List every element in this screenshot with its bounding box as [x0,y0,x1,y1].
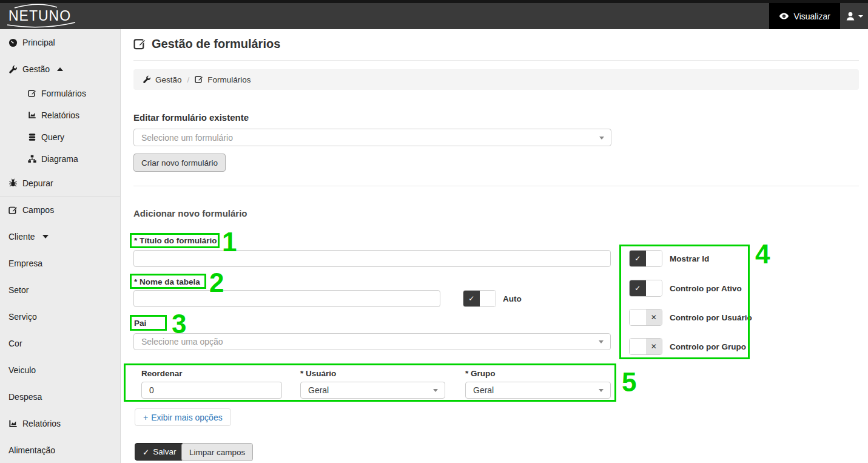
breadcrumb-label: Gestão [155,75,182,84]
user-icon [845,11,856,22]
sidebar-subitem-label: Query [41,132,64,142]
controlo-grupo-label: Controlo por Grupo [670,342,746,351]
breadcrumb-item-formularios[interactable]: Formulários [195,75,251,84]
auto-toggle[interactable]: ✓ [463,290,496,307]
sidebar-item-relatorios[interactable]: Relatórios [0,410,120,437]
sidebar-item-label: Campos [22,205,54,215]
breadcrumb-label: Formulários [207,75,251,84]
salvar-button[interactable]: ✓ Salvar [135,443,184,461]
sidebar-item-label: Depurar [22,178,53,188]
sidebar-item-label: Gestão [22,64,50,74]
reordenar-input[interactable] [141,382,282,399]
grupo-select[interactable]: Geral [465,382,611,399]
sidebar-item-principal[interactable]: Principal [0,29,120,56]
add-section-heading: Adicionar novo formulário [133,208,247,218]
database-icon [28,133,36,141]
visualizar-label: Visualizar [794,12,830,21]
x-icon: ✕ [646,339,662,354]
sidebar-item-label: Veiculo [8,365,36,375]
sidebar-item-label: Despesa [8,392,42,402]
sidebar-item-label: Empresa [8,259,42,268]
breadcrumb-item-gestao[interactable]: Gestão [143,75,182,84]
sidebar-subitem-query[interactable]: Query [0,126,120,148]
page-title-text: Gestão de formulários [152,37,280,51]
salvar-label: Salvar [153,447,176,456]
controlo-grupo-toggle[interactable]: ✕ [629,338,662,355]
app-window: NETUNO Visualizar [0,0,868,463]
pai-label: Pai [134,319,146,328]
titulo-input[interactable] [133,250,611,267]
mostrar-id-toggle[interactable]: ✓ [629,250,662,267]
pai-select-placeholder: Selecione uma opção [141,337,223,346]
caret-up-icon [57,67,63,71]
sidebar-item-gestao[interactable]: Gestão [0,56,120,83]
page-title: Gestão de formulários [133,37,859,51]
top-navbar: NETUNO Visualizar [0,0,868,29]
sidebar-item-veiculo[interactable]: Veiculo [0,357,120,384]
sidebar-subitem-relatorios[interactable]: Relatórios [0,104,120,126]
titulo-label: * Título do formulário [134,236,217,245]
form-select[interactable]: Selecione um formulário [133,129,611,146]
sidebar-item-empresa[interactable]: Empresa [0,250,120,277]
section-divider [133,186,859,186]
mostrar-id-label: Mostrar Id [670,254,709,263]
criar-button-label: Criar novo formulário [141,158,218,167]
sidebar-item-label: Setor [8,285,29,295]
dashboard-icon [8,38,18,47]
sidebar-item-servico[interactable]: Serviço [0,303,120,330]
navbar-top-strip [0,0,868,3]
form-select-placeholder: Selecione um formulário [141,133,233,143]
exibir-mais-label: Exibir mais opções [151,413,223,422]
chevron-down-icon [433,389,438,392]
check-icon: ✓ [630,280,646,296]
sidebar-subitem-label: Diagrama [41,154,78,164]
wrench-icon [143,75,151,84]
controlo-ativo-toggle[interactable]: ✓ [629,280,662,297]
plus-icon: + [143,413,148,422]
usuario-select-value: Geral [308,385,329,395]
visualizar-button[interactable]: Visualizar [769,3,840,29]
nome-tabela-label: * Nome da tabela [134,277,200,286]
sidebar-item-label: Serviço [8,312,37,322]
sidebar-item-campos[interactable]: Campos [0,197,120,223]
sidebar-item-setor[interactable]: Setor [0,277,120,303]
criar-novo-formulario-button[interactable]: Criar novo formulário [133,154,226,172]
annotation-number-5: 5 [622,371,636,393]
sidebar: Principal Gestão Formulários [0,29,121,463]
pai-select[interactable]: Selecione uma opção [133,333,611,350]
sidebar-item-label: Cliente [8,232,35,242]
sidebar-item-cor[interactable]: Cor [0,330,120,357]
annotation-number-3: 3 [172,313,186,335]
sidebar-item-cliente[interactable]: Cliente [0,223,120,250]
sidebar-item-depurar[interactable]: Depurar [0,170,120,197]
sidebar-subitem-diagrama[interactable]: Diagrama [0,148,120,170]
bug-icon [8,178,18,188]
limpar-campos-button[interactable]: Limpar campos [181,443,253,461]
brand-logo[interactable]: NETUNO [8,5,71,27]
nome-tabela-input[interactable] [133,290,440,307]
x-icon: ✕ [646,309,662,325]
controlo-usuario-toggle[interactable]: ✕ [629,309,662,326]
edit-icon [133,38,146,50]
user-menu[interactable] [840,3,868,29]
edit-section-heading: Editar formulário existente [133,112,859,123]
breadcrumb: Gestão / Formulários [133,69,859,90]
sidebar-subitem-formularios[interactable]: Formulários [0,83,120,104]
sidebar-item-label: Principal [22,38,55,47]
usuario-select[interactable]: Geral [300,382,445,399]
sitemap-icon [28,155,36,163]
controlo-usuario-label: Controlo por Usuário [670,313,752,322]
reordenar-label: Reordenar [141,369,183,378]
chevron-down-icon [599,340,604,343]
chart-icon [28,111,36,120]
sidebar-item-despesa[interactable]: Despesa [0,384,120,410]
exibir-mais-opcoes-button[interactable]: + Exibir mais opções [135,408,231,426]
sidebar-item-alimentacao[interactable]: Alimentação [0,437,120,463]
eye-icon [779,11,789,21]
sidebar-subitem-label: Formulários [41,89,86,98]
edit-icon [28,89,36,98]
main-content: Gestão de formulários Gestão / [121,29,868,463]
sidebar-item-label: Alimentação [8,445,55,455]
wrench-icon [8,65,18,74]
sidebar-item-label: Cor [8,339,22,348]
